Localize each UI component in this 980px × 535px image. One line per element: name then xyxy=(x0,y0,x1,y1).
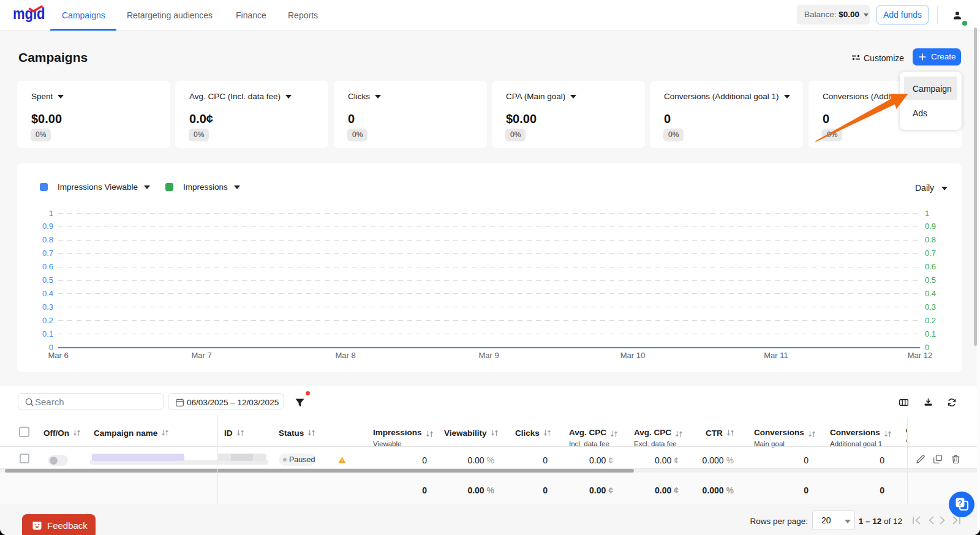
svg-text:?: ? xyxy=(958,499,962,507)
